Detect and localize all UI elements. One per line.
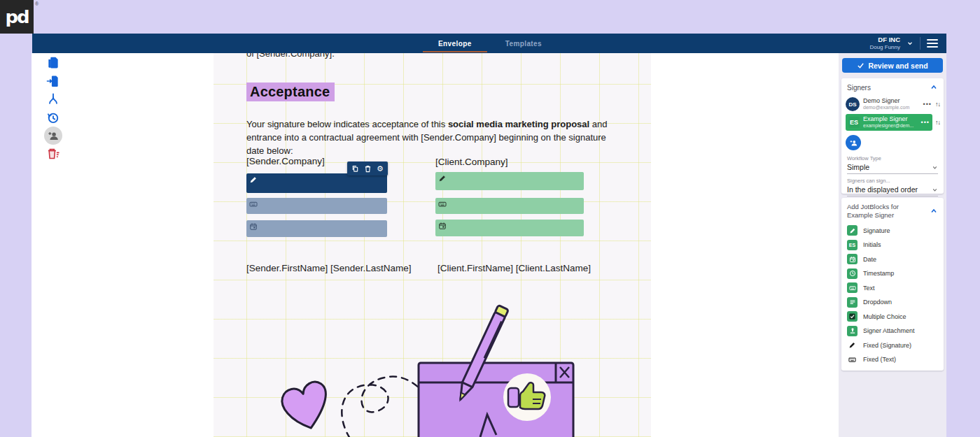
highlighted-heading: Acceptance <box>246 83 335 101</box>
add-signer-icon[interactable] <box>44 127 62 145</box>
clock-icon <box>847 268 858 279</box>
tab-envelope[interactable]: Envelope <box>435 34 475 53</box>
heart-shape <box>279 380 334 434</box>
signer-email: demo@example.com <box>863 105 920 110</box>
add-signer-button[interactable] <box>846 135 861 150</box>
sign-order-select[interactable]: In the displayed order <box>847 184 938 196</box>
chevron-down-icon[interactable] <box>906 40 913 47</box>
keyboard-outline-icon <box>847 354 858 365</box>
field-toolbar: ⚙ <box>347 162 388 175</box>
reorder-arrows-icon[interactable]: ↑↓ <box>935 119 940 126</box>
jotblock-signer-attachment[interactable]: Signer Attachment <box>841 324 944 338</box>
workflow-type-select[interactable]: Simple <box>847 162 938 174</box>
sender-name-line: [Sender.FirstName] [Sender.LastName] <box>246 263 412 273</box>
review-and-send-button[interactable]: Review and send <box>842 58 943 73</box>
jotblock-label: Dropdown <box>863 299 892 306</box>
signer-menu-icon[interactable]: ••• <box>921 119 930 126</box>
check-icon <box>857 62 864 69</box>
sign-order-group: Signers can sign... In the displayed ord… <box>841 174 944 196</box>
pen-icon <box>249 175 258 184</box>
right-panel: Review and send Signers DS Demo Signer d… <box>839 53 946 437</box>
jotblock-dropdown[interactable]: Dropdown <box>841 295 944 310</box>
avatar: DS <box>846 97 860 111</box>
copy-document-icon[interactable] <box>43 54 63 72</box>
account-area: DF INC Doug Funny <box>869 34 938 53</box>
jotblock-fixed-text[interactable]: Fixed (Text) <box>841 352 944 367</box>
tab-templates[interactable]: Templates <box>503 34 545 53</box>
jotblock-fixed-signature[interactable]: Fixed (Signature) <box>841 338 944 353</box>
client-text-field[interactable] <box>435 198 584 214</box>
jotblock-label: Initials <box>863 241 881 248</box>
calendar-icon <box>847 254 858 264</box>
jotblock-multiple-choice[interactable]: Multiple Choice <box>841 310 944 324</box>
pen-icon <box>438 174 447 182</box>
account-user: Doug Funny <box>869 44 900 50</box>
sender-date-field[interactable] <box>246 220 387 237</box>
jotblock-label: Date <box>863 256 876 263</box>
signer-row-demo[interactable]: DS Demo Signer demo@example.com ••• ↑↓ <box>841 95 944 113</box>
jotblock-timestamp[interactable]: Timestamp <box>841 266 944 281</box>
jotblock-label: Text <box>863 285 875 292</box>
jotblock-label: Fixed (Text) <box>863 356 896 363</box>
client-company-label: [Client.Company] <box>435 157 508 167</box>
sender-signature-field[interactable] <box>246 173 387 193</box>
history-icon[interactable] <box>43 108 63 127</box>
caret-down-icon <box>932 187 938 193</box>
signer-email: examplesigner@dem... <box>863 123 918 129</box>
logo-text: pd <box>5 7 28 27</box>
chevron-up-icon[interactable] <box>930 83 938 92</box>
registered-trademark: ® <box>35 1 38 6</box>
signer-info[interactable]: Demo Signer demo@example.com <box>863 97 920 110</box>
pen-icon <box>847 225 858 236</box>
import-document-icon[interactable] <box>43 72 63 90</box>
jotblock-signature[interactable]: Signature <box>841 224 944 238</box>
jotblocks-card: Add JotBlocks for Example Signer Signatu… <box>841 198 944 371</box>
workspace: of [Sender.Company]. Acceptance Your sig… <box>31 53 946 437</box>
client-signature-field[interactable] <box>435 172 584 190</box>
delete-field-icon[interactable] <box>364 165 372 173</box>
jotblocks-header-line1: Add JotBlocks for <box>847 203 899 210</box>
avatar: ES <box>848 117 860 128</box>
list-icon <box>847 297 858 308</box>
jotblock-date[interactable]: Date <box>841 252 944 267</box>
workflow-type-label: Workflow Type <box>847 155 938 162</box>
signers-card: Signers DS Demo Signer demo@example.com … <box>841 78 944 194</box>
client-date-field[interactable] <box>435 220 584 236</box>
keyboard-icon <box>249 200 258 208</box>
calendar-icon <box>249 222 258 231</box>
workflow-branch-icon[interactable] <box>43 90 63 108</box>
app-logo[interactable]: pd <box>0 0 34 34</box>
jotblock-text[interactable]: Text <box>841 281 944 296</box>
document-canvas[interactable]: of [Sender.Company]. Acceptance Your sig… <box>214 53 651 437</box>
signers-header-label: Signers <box>847 84 871 92</box>
menu-icon[interactable] <box>927 39 938 48</box>
paragraph-pre: Your signature below indicates acceptanc… <box>246 119 448 129</box>
signer-name: Example Signer <box>863 115 918 123</box>
signer-row-example: ES Example Signer examplesigner@dem... •… <box>841 113 944 131</box>
calendar-icon <box>438 222 447 230</box>
jotblock-label: Signer Attachment <box>863 327 915 334</box>
jotblock-label: Multiple Choice <box>863 313 906 320</box>
caret-down-icon <box>932 164 938 171</box>
sign-order-value: In the displayed order <box>847 185 918 194</box>
signer-info[interactable]: Example Signer examplesigner@dem... <box>863 115 918 129</box>
keyboard-icon <box>847 282 858 293</box>
jotblock-initials[interactable]: ES Initials <box>841 238 944 252</box>
workflow-type-value: Simple <box>847 163 869 171</box>
add-person-icon <box>849 138 858 148</box>
delete-icon[interactable] <box>43 145 63 163</box>
sign-order-label: Signers can sign... <box>847 178 938 184</box>
selected-signer-box[interactable]: ES Example Signer examplesigner@dem... •… <box>846 114 932 130</box>
jotblock-label: Signature <box>863 227 890 234</box>
account-switcher[interactable]: DF INC Doug Funny <box>869 36 900 50</box>
jotblocks-header-label: Add JotBlocks for Example Signer <box>847 203 899 220</box>
field-settings-icon[interactable]: ⚙ <box>377 165 384 173</box>
duplicate-field-icon[interactable] <box>351 165 359 173</box>
reorder-arrows-icon[interactable]: ↑↓ <box>935 101 940 108</box>
sender-text-field[interactable] <box>246 198 387 214</box>
chevron-up-icon[interactable] <box>930 207 938 215</box>
jotblock-label: Fixed (Signature) <box>863 342 911 349</box>
paragraph-bold: social media marketing proposal <box>448 119 589 129</box>
checkbox-icon <box>847 311 858 322</box>
signer-menu-icon[interactable]: ••• <box>923 101 932 108</box>
